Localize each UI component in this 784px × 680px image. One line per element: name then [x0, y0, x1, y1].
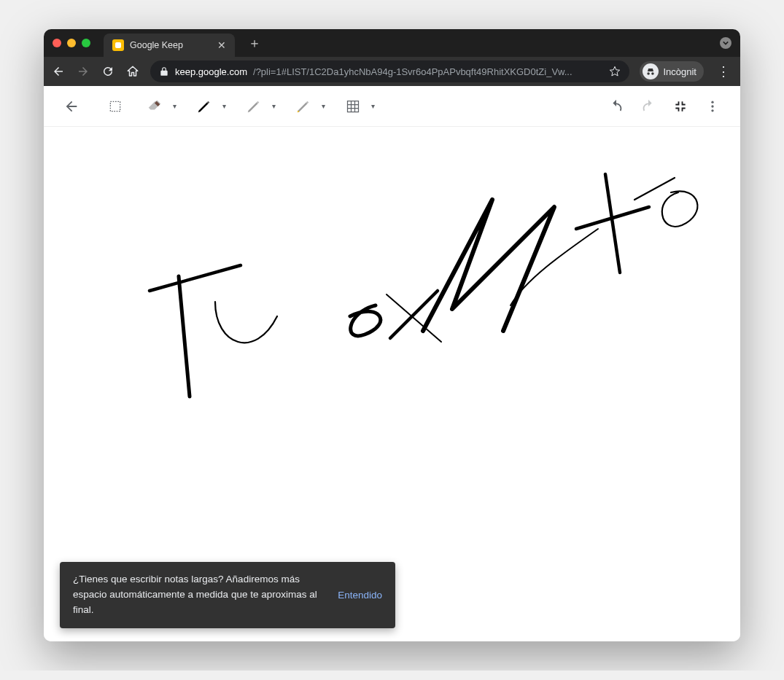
tab-close-button[interactable]: ✕ — [217, 40, 226, 50]
grid-tool-group: ▾ — [338, 92, 378, 121]
collapse-fullscreen-button[interactable] — [666, 92, 695, 121]
drawing-toolbar: ▾ ▾ ▾ ▾ ▾ — [44, 86, 740, 127]
svg-point-1 — [711, 101, 713, 103]
tab-title: Google Keep — [130, 40, 211, 50]
window-minimize-button[interactable] — [67, 39, 76, 47]
pen-dropdown-icon[interactable]: ▾ — [219, 102, 229, 110]
url-path: /?pli=1#LIST/1C2Da1yhcNbA94g-1Svr6o4PpAP… — [253, 66, 573, 77]
marker-tool-button[interactable] — [239, 92, 268, 121]
highlighter-dropdown-icon[interactable]: ▾ — [318, 102, 328, 110]
browser-window: Google Keep ✕ ＋ keep.google.com /?pli=1#… — [44, 29, 740, 641]
nav-home-button[interactable] — [125, 64, 140, 79]
nav-forward-button[interactable] — [76, 64, 90, 79]
info-toast: ¿Tienes que escribir notas largas? Añadi… — [60, 562, 395, 628]
select-tool-button[interactable] — [101, 92, 130, 121]
svg-point-2 — [711, 105, 713, 107]
browser-navbar: keep.google.com /?pli=1#LIST/1C2Da1yhcNb… — [44, 57, 740, 86]
more-options-button[interactable] — [698, 92, 727, 121]
grid-tool-button[interactable] — [338, 92, 368, 121]
marker-dropdown-icon[interactable]: ▾ — [268, 102, 279, 110]
svg-point-3 — [711, 109, 713, 112]
pen-tool-group: ▾ — [190, 92, 229, 121]
address-bar[interactable]: keep.google.com /?pli=1#LIST/1C2Da1yhcNb… — [150, 60, 629, 82]
keep-favicon-icon — [112, 39, 124, 51]
undo-button[interactable] — [602, 92, 631, 121]
grid-dropdown-icon[interactable]: ▾ — [368, 102, 378, 110]
tab-overview-icon[interactable] — [720, 37, 731, 49]
svg-rect-0 — [110, 101, 120, 111]
window-titlebar: Google Keep ✕ ＋ — [44, 29, 740, 57]
browser-menu-button[interactable]: ⋮ — [714, 63, 733, 79]
incognito-label: Incògnit — [663, 66, 696, 77]
pen-tool-button[interactable] — [190, 92, 219, 121]
url-domain: keep.google.com — [175, 66, 247, 77]
marker-tool-group: ▾ — [239, 92, 279, 121]
bookmark-star-icon[interactable] — [609, 66, 621, 77]
new-tab-button[interactable]: ＋ — [248, 34, 261, 52]
eraser-tool-group: ▾ — [140, 92, 179, 121]
redo-button[interactable] — [634, 92, 663, 121]
eraser-tool-button[interactable] — [140, 92, 169, 121]
drawing-canvas[interactable]: ¿Tienes que escribir notas largas? Añadi… — [44, 127, 740, 641]
window-close-button[interactable] — [53, 39, 61, 47]
browser-tab[interactable]: Google Keep ✕ — [104, 34, 235, 57]
toast-action-button[interactable]: Entendido — [338, 590, 382, 601]
nav-back-button[interactable] — [51, 64, 66, 79]
handwriting-drawing — [44, 127, 740, 637]
drawing-back-button[interactable] — [57, 92, 86, 121]
eraser-dropdown-icon[interactable]: ▾ — [169, 102, 179, 110]
window-maximize-button[interactable] — [82, 39, 90, 47]
incognito-badge[interactable]: Incògnit — [640, 61, 704, 82]
toast-message: ¿Tienes que escribir notas largas? Añadi… — [73, 572, 320, 618]
nav-reload-button[interactable] — [101, 64, 115, 79]
window-controls — [53, 39, 90, 47]
select-tool-group — [101, 92, 130, 121]
incognito-icon — [643, 63, 659, 79]
lock-icon — [159, 66, 169, 77]
highlighter-tool-button[interactable] — [289, 92, 318, 121]
highlighter-tool-group: ▾ — [289, 92, 328, 121]
